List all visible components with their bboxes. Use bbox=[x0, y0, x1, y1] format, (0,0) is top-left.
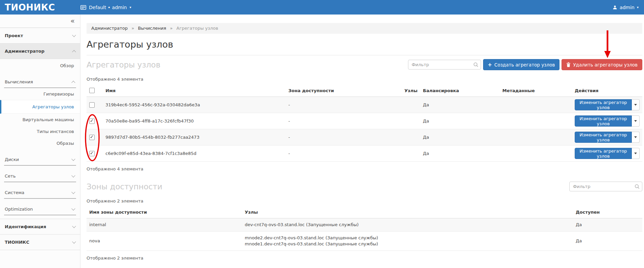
table-row: nova mnode2.dev-cnt7q-ovs-03.stand.loc (… bbox=[87, 232, 642, 251]
aggregates-filter-input[interactable] bbox=[408, 60, 481, 70]
main-content: Администратор » Вычисления » Агрегаторы … bbox=[81, 15, 644, 268]
aggregate-metadata bbox=[500, 97, 572, 113]
sidebar-group-volumes[interactable]: Диски bbox=[4, 154, 76, 166]
column-header-zone[interactable]: Зона доступности bbox=[286, 84, 373, 97]
select-all-checkbox[interactable] bbox=[89, 88, 95, 93]
row-actions-dropdown[interactable] bbox=[632, 148, 640, 159]
row-actions-dropdown[interactable] bbox=[632, 99, 640, 110]
edit-aggregate-button[interactable]: Изменить агрегатор узлов bbox=[575, 148, 632, 159]
zone-name: nova bbox=[87, 232, 242, 251]
sidebar-item-label: Администратор bbox=[5, 49, 44, 54]
breadcrumb-separator: » bbox=[170, 26, 173, 31]
aggregate-hosts bbox=[373, 145, 420, 162]
sidebar-group-optimization[interactable]: Optimization bbox=[4, 204, 76, 215]
breadcrumb-link-compute[interactable]: Вычисления bbox=[138, 26, 166, 31]
trash-icon bbox=[566, 62, 571, 67]
column-header-zone-name[interactable]: Имя зоны доступности bbox=[87, 206, 242, 218]
brand-logo[interactable]: ТИОНИКС bbox=[0, 2, 80, 12]
row-checkbox[interactable] bbox=[89, 135, 95, 140]
zones-count-bottom: Отображено 2 элемента bbox=[87, 256, 642, 261]
column-header-name[interactable]: Имя bbox=[103, 84, 286, 97]
plus-icon: + bbox=[488, 62, 492, 68]
aggregates-header-row: Имя Зона доступности Узлы Балансировка М… bbox=[87, 84, 642, 97]
create-aggregate-button[interactable]: + Создать агрегатор узлов bbox=[483, 59, 560, 70]
row-actions-dropdown[interactable] bbox=[632, 115, 640, 127]
zones-header-row: Имя зоны доступности Узлы Доступен bbox=[87, 206, 642, 218]
sidebar-item-hypervisors[interactable]: Гипервизоры bbox=[0, 88, 80, 100]
search-icon[interactable] bbox=[473, 62, 478, 67]
aggregate-name: 319b4ec6-5952-456c-932a-030482da6e3a bbox=[103, 97, 286, 113]
sidebar-item-images[interactable]: Образы bbox=[0, 137, 80, 149]
aggregates-count-bottom: Отображено 4 элемента bbox=[87, 166, 642, 171]
zones-filter-input[interactable] bbox=[569, 182, 642, 191]
column-header-zone-hosts[interactable]: Узлы bbox=[242, 206, 573, 218]
sidebar-item-host-aggregates[interactable]: Агрегаторы узлов bbox=[0, 100, 80, 114]
table-row: c6e9c09f-e85d-43ea-8384-7cf1c3a8e85d - Д… bbox=[87, 145, 642, 162]
zone-hosts: mnode2.dev-cnt7q-ovs-03.stand.loc (Запущ… bbox=[242, 232, 573, 251]
table-row: internal dev-cnt7q-ovs-03.stand.loc (Зап… bbox=[87, 218, 642, 232]
breadcrumb-separator: » bbox=[132, 26, 134, 31]
row-checkbox[interactable] bbox=[89, 118, 95, 124]
aggregate-metadata bbox=[500, 129, 572, 145]
breadcrumb-current: Агрегаторы узлов bbox=[176, 26, 218, 31]
row-checkbox[interactable] bbox=[89, 102, 95, 108]
aggregate-hosts bbox=[373, 97, 420, 113]
search-icon[interactable] bbox=[635, 184, 640, 189]
chevron-down-icon bbox=[71, 173, 75, 177]
delete-aggregates-button[interactable]: Удалить агрегаторы узлов bbox=[562, 59, 642, 70]
zones-section-title: Зоны доступности bbox=[87, 182, 162, 191]
sidebar-item-admin[interactable]: Администратор bbox=[0, 43, 80, 59]
sidebar-group-label: Optimization bbox=[5, 207, 33, 212]
sidebar-group-label: Сеть bbox=[5, 173, 16, 179]
sidebar-item-instances[interactable]: Виртуальные машины bbox=[0, 114, 80, 126]
column-header-balancing[interactable]: Балансировка bbox=[420, 84, 500, 97]
breadcrumb-link-admin[interactable]: Администратор bbox=[91, 26, 128, 31]
chevron-down-icon bbox=[71, 157, 75, 161]
sidebar-item-project[interactable]: Проект bbox=[0, 28, 80, 43]
zone-hosts: dev-cnt7q-ovs-03.stand.loc (Запущенные с… bbox=[242, 218, 573, 232]
aggregate-balancing: Да bbox=[420, 129, 500, 145]
chevron-down-icon bbox=[634, 120, 637, 122]
zone-available: Да bbox=[573, 232, 642, 251]
aggregates-filter bbox=[408, 60, 481, 70]
sidebar-item-tionix[interactable]: ТИОНИКС bbox=[0, 234, 80, 250]
edit-aggregate-button[interactable]: Изменить агрегатор узлов bbox=[575, 115, 632, 127]
chevron-up-icon bbox=[72, 50, 76, 54]
aggregate-name: 9897d7d7-80b5-454b-8032-fb277caa2473 bbox=[103, 129, 286, 145]
sidebar-group-compute[interactable]: Вычисления bbox=[4, 76, 76, 88]
chevron-down-icon: ▾ bbox=[129, 6, 131, 9]
sidebar-collapse-icon[interactable]: « bbox=[70, 17, 75, 25]
aggregates-table: Имя Зона доступности Узлы Балансировка М… bbox=[87, 84, 642, 162]
aggregate-zone: - bbox=[286, 129, 373, 145]
aggregate-metadata bbox=[500, 113, 572, 129]
zone-host: mnode1.dev-cnt7q-ovs-03.stand.loc (Запущ… bbox=[245, 241, 570, 247]
chevron-up-icon bbox=[71, 81, 75, 84]
aggregate-zone: - bbox=[286, 145, 373, 162]
sidebar-item-overview[interactable]: Обзор bbox=[0, 60, 80, 72]
table-row: 319b4ec6-5952-456c-932a-030482da6e3a - Д… bbox=[87, 97, 642, 113]
edit-aggregate-button[interactable]: Изменить агрегатор узлов bbox=[575, 132, 632, 143]
sidebar-group-system[interactable]: Система bbox=[4, 187, 76, 199]
sidebar-group-network[interactable]: Сеть bbox=[4, 170, 76, 182]
sidebar-item-identity[interactable]: Идентификация bbox=[0, 219, 80, 234]
user-label: admin bbox=[620, 5, 635, 10]
aggregates-section-title: Агрегаторы узлов bbox=[87, 60, 160, 69]
chevron-down-icon bbox=[72, 224, 76, 228]
column-header-available[interactable]: Доступен bbox=[573, 206, 642, 218]
sidebar-item-flavors[interactable]: Типы инстансов bbox=[0, 126, 80, 137]
edit-aggregate-button[interactable]: Изменить агрегатор узлов bbox=[575, 99, 632, 110]
aggregate-balancing: Да bbox=[420, 97, 500, 113]
column-header-hosts[interactable]: Узлы bbox=[373, 84, 420, 97]
top-navbar: ТИОНИКС Default • admin ▾ admin ▾ bbox=[0, 0, 644, 15]
user-menu[interactable]: admin ▾ bbox=[613, 5, 644, 10]
chevron-down-icon bbox=[634, 104, 637, 106]
context-switcher[interactable]: Default • admin ▾ bbox=[80, 5, 131, 10]
aggregate-hosts bbox=[373, 129, 420, 145]
column-header-metadata[interactable]: Метаданные bbox=[500, 84, 572, 97]
row-checkbox[interactable] bbox=[89, 151, 95, 156]
zone-available: Да bbox=[573, 218, 642, 232]
row-actions-dropdown[interactable] bbox=[632, 132, 640, 143]
aggregate-name: c6e9c09f-e85d-43ea-8384-7cf1c3a8e85d bbox=[103, 145, 286, 162]
sidebar-group-label: Система bbox=[5, 190, 24, 195]
admin-panel: Обзор Вычисления Гипервизоры Агрегаторы … bbox=[0, 59, 80, 219]
